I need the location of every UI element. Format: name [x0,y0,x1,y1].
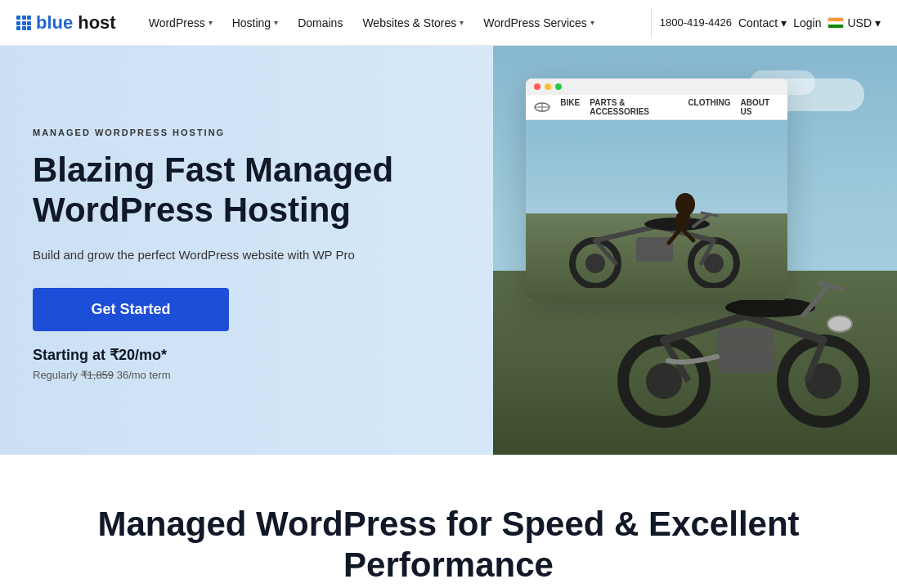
svg-rect-5 [27,21,31,25]
svg-rect-4 [22,21,26,25]
svg-rect-2 [27,16,31,20]
svg-line-37 [803,287,827,316]
browser-mockup: BIKE PARTS & ACCESSORIES CLOTHING ABOUT … [526,79,787,300]
hero-label: MANAGED WORDPRESS HOSTING [33,128,460,137]
hero-subtitle: Build and grow the perfect WordPress web… [33,246,460,265]
logo-text-blue: blue [36,12,73,34]
browser-nav-item-parts: PARTS & ACCESSORIES [590,98,678,116]
flag-icon [827,17,844,29]
motorcycle-svg [550,182,763,288]
hero-section: MANAGED WORDPRESS HOSTING Blazing Fast M… [0,46,897,455]
hero-right: BIKE PARTS & ACCESSORIES CLOTHING ABOUT … [493,46,897,455]
nav-wordpress[interactable]: WordPress ▾ [141,10,221,36]
browser-dot-yellow [545,83,551,90]
svg-point-39 [827,316,852,332]
nav-right: 1800-419-4426 Contact ▾ Login USD ▾ [660,16,881,29]
nav-divider [651,8,652,38]
browser-dot-red [534,83,540,90]
hero-title: Blazing Fast Managed WordPress Hosting [33,150,460,230]
logo-text-black: host [78,12,115,34]
nav-wordpress-services[interactable]: WordPress Services ▾ [475,10,603,36]
svg-rect-0 [16,16,20,20]
login-button[interactable]: Login [793,16,821,29]
hero-left: MANAGED WORDPRESS HOSTING Blazing Fast M… [0,46,493,455]
svg-line-23 [702,213,718,216]
svg-rect-6 [16,26,20,30]
browser-nav-item-clothing: CLOTHING [688,98,730,116]
browser-content [526,120,787,300]
svg-rect-8 [27,26,31,30]
chevron-down-icon: ▾ [209,18,213,27]
hero-price: Starting at ₹20/mo* [33,346,460,364]
svg-rect-1 [22,16,26,20]
chevron-down-icon: ▾ [590,18,594,27]
browser-nav-item-about: ABOUT US [741,98,780,116]
logo-icon [16,16,31,30]
browser-nav-item-bike: BIKE [560,98,580,116]
svg-rect-3 [16,21,20,25]
svg-point-13 [585,254,605,273]
nav-domains[interactable]: Domains [289,10,351,36]
browser-nav: BIKE PARTS & ACCESSORIES CLOTHING ABOUT … [526,95,787,120]
chevron-down-icon: ▾ [781,16,787,29]
chevron-down-icon: ▾ [460,18,464,27]
nav-hosting[interactable]: Hosting ▾ [224,10,286,36]
nav-links: WordPress ▾ Hosting ▾ Domains Websites &… [141,10,643,36]
chevron-down-icon: ▾ [875,16,881,29]
svg-rect-20 [636,237,673,262]
svg-point-28 [646,363,682,399]
hero-regular-price: Regularly ₹1,859 36/mo term [33,369,460,381]
svg-rect-35 [717,328,774,373]
get-started-button[interactable]: Get Started [33,288,229,331]
logo-link[interactable]: bluehost [16,12,116,34]
svg-rect-7 [22,26,26,30]
currency-selector[interactable]: USD ▾ [827,16,881,29]
section-performance: Managed WordPress for Speed & Excellent … [0,455,897,588]
navbar: bluehost WordPress ▾ Hosting ▾ Domains W… [0,0,897,46]
section-title: Managed WordPress for Speed & Excellent … [33,504,864,586]
browser-dot-green [555,83,562,90]
contact-button[interactable]: Contact ▾ [738,16,787,29]
chevron-down-icon: ▾ [274,18,278,27]
svg-line-38 [819,283,844,290]
phone-number: 1800-419-4426 [660,16,732,29]
nav-websites-stores[interactable]: Websites & Stores ▾ [354,10,472,36]
browser-titlebar [526,79,787,95]
